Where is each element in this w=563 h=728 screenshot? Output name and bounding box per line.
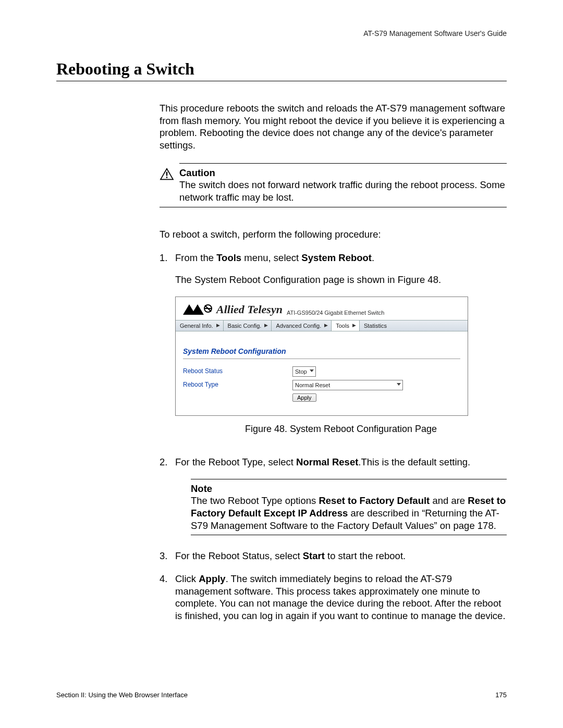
step-number: 1. xyxy=(160,252,175,446)
figure-48: Allied Telesyn ATI-GS950/24 Gigabit Ethe… xyxy=(175,297,507,416)
bold: Normal Reset xyxy=(296,456,358,467)
note-label: Note xyxy=(191,483,212,494)
chevron-right-icon: ▶ xyxy=(352,323,356,329)
text: From the xyxy=(175,252,216,263)
rule xyxy=(191,535,507,535)
svg-marker-4 xyxy=(191,304,204,315)
step-2: 2. For the Reboot Type, select Normal Re… xyxy=(160,456,507,539)
reboot-status-row: Reboot Status Stop xyxy=(183,366,460,377)
reboot-type-row: Reboot Type Normal Reset xyxy=(183,380,460,390)
bold: Start xyxy=(303,550,325,561)
rule xyxy=(191,479,507,479)
menu-label: Basic Config. xyxy=(228,322,262,329)
step-body: Click Apply. The switch immediately begi… xyxy=(175,573,507,622)
rule xyxy=(160,207,507,207)
text: For the Reboot Type, select xyxy=(175,456,296,467)
step-number: 2. xyxy=(160,456,175,539)
chevron-right-icon: ▶ xyxy=(216,323,220,329)
switch-ui: Allied Telesyn ATI-GS950/24 Gigabit Ethe… xyxy=(175,297,468,416)
text: and are xyxy=(430,495,468,506)
caution-box: Caution The switch does not forward netw… xyxy=(160,163,507,207)
panel-title: System Reboot Configuration xyxy=(183,347,460,359)
step-body: From the Tools menu, select System Reboo… xyxy=(175,252,507,446)
apply-row: Apply xyxy=(183,393,460,402)
page-number: 175 xyxy=(495,691,507,699)
bold: Apply xyxy=(199,573,225,584)
menu-label: Advanced Config. xyxy=(276,322,321,329)
step-3: 3. For the Reboot Status, select Start t… xyxy=(160,550,507,562)
bold: Tools xyxy=(216,252,241,263)
note-box: Note The two Reboot Type options Reset t… xyxy=(191,479,507,536)
menu-advanced-config[interactable]: Advanced Config.▶ xyxy=(272,320,332,331)
text: . xyxy=(372,252,374,263)
caution-text: Caution The switch does not forward netw… xyxy=(179,167,507,204)
menu-label: Tools xyxy=(336,322,349,329)
intro-paragraph: This procedure reboots the switch and re… xyxy=(160,102,507,152)
chevron-right-icon: ▶ xyxy=(324,323,328,329)
step-body: For the Reboot Type, select Normal Reset… xyxy=(175,456,507,539)
select-value: Normal Reset xyxy=(295,381,330,389)
text: Click xyxy=(175,573,199,584)
text: The System Reboot Configuration page is … xyxy=(175,274,507,286)
chevron-right-icon: ▶ xyxy=(264,323,268,329)
switch-panel: System Reboot Configuration Reboot Statu… xyxy=(176,331,468,415)
menu-basic-config[interactable]: Basic Config.▶ xyxy=(224,320,272,331)
text: The two Reboot Type options xyxy=(191,495,319,506)
menu-label: General Info. xyxy=(180,322,213,329)
menu-statistics[interactable]: Statistics xyxy=(360,320,390,331)
text: menu, select xyxy=(241,252,301,263)
text: to start the reboot. xyxy=(325,550,406,561)
model-name: ATI-GS950/24 Gigabit Ethernet Switch xyxy=(287,309,385,316)
step-1: 1. From the Tools menu, select System Re… xyxy=(160,252,507,446)
bold: Reset to Factory Default xyxy=(319,495,430,506)
caution-icon xyxy=(160,168,175,183)
menu-label: Statistics xyxy=(364,322,387,329)
rule xyxy=(179,163,507,164)
select-value: Stop xyxy=(295,368,307,375)
switch-menubar: General Info.▶ Basic Config.▶ Advanced C… xyxy=(176,320,468,331)
caution-label: Caution xyxy=(179,167,215,178)
figure-caption: Figure 48. System Reboot Configuration P… xyxy=(175,423,507,435)
footer-section: Section II: Using the Web Browser Interf… xyxy=(56,691,188,699)
reboot-status-label: Reboot Status xyxy=(183,367,292,375)
text: For the Reboot Status, select xyxy=(175,550,303,561)
menu-general-info[interactable]: General Info.▶ xyxy=(176,320,224,331)
caution-body: The switch does not forward network traf… xyxy=(179,179,505,203)
page: AT-S79 Management Software User's Guide … xyxy=(0,0,563,728)
step-number: 3. xyxy=(160,550,175,562)
switch-header: Allied Telesyn ATI-GS950/24 Gigabit Ethe… xyxy=(176,297,468,320)
page-title: Rebooting a Switch xyxy=(56,59,507,79)
allied-logo-icon xyxy=(183,304,213,315)
reboot-type-label: Reboot Type xyxy=(183,381,292,389)
title-rule xyxy=(56,81,507,81)
page-footer: Section II: Using the Web Browser Interf… xyxy=(56,691,507,699)
running-head: AT-S79 Management Software User's Guide xyxy=(363,29,507,38)
procedure-steps: 1. From the Tools menu, select System Re… xyxy=(160,252,507,622)
brand-logo: Allied Telesyn xyxy=(183,302,283,317)
reboot-status-select[interactable]: Stop xyxy=(292,366,316,377)
brand-name: Allied Telesyn xyxy=(216,302,283,317)
svg-rect-2 xyxy=(166,177,167,178)
menu-tools[interactable]: Tools▶ xyxy=(332,320,360,331)
apply-button[interactable]: Apply xyxy=(292,393,316,402)
svg-rect-1 xyxy=(166,171,167,176)
reboot-type-select[interactable]: Normal Reset xyxy=(292,380,403,390)
bold: System Reboot xyxy=(301,252,372,263)
step-number: 4. xyxy=(160,573,175,622)
body-column: This procedure reboots the switch and re… xyxy=(160,102,507,622)
step-4: 4. Click Apply. The switch immediately b… xyxy=(160,573,507,622)
text: .This is the default setting. xyxy=(358,456,470,467)
lead-in: To reboot a switch, perform the followin… xyxy=(160,228,507,241)
step-body: For the Reboot Status, select Start to s… xyxy=(175,550,507,562)
